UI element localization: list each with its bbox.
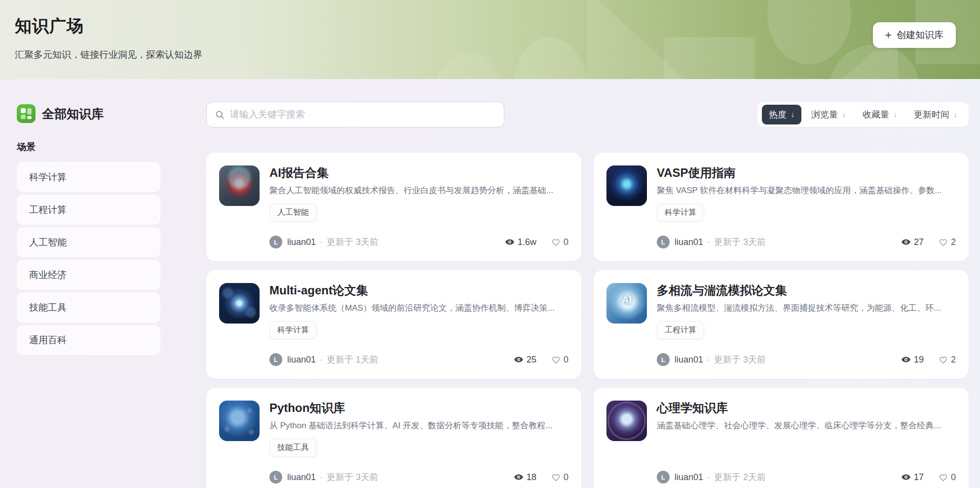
views-stat: 27 — [901, 237, 924, 247]
knowledge-card-grid: AI报告合集 聚合人工智能领域的权威技术报告、行业白皮书与发展趋势分析，涵盖基础… — [206, 153, 969, 488]
card-description: 涵盖基础心理学、社会心理学、发展心理学、临床心理学等分支，整合经典... — [657, 420, 956, 431]
card-category-tag[interactable]: 科学计算 — [269, 321, 317, 339]
knowledge-card[interactable]: 多相流与湍流模拟论文集 聚焦多相流模型、湍流模拟方法、界面捕捉技术等研究，为能源… — [594, 270, 969, 379]
sidebar-item-label: 人工智能 — [29, 236, 67, 249]
sidebar-item[interactable]: 工程计算 — [17, 195, 160, 225]
card-updated-time: 更新于 3天前 — [327, 471, 378, 483]
card-author: liuan01 — [287, 355, 316, 365]
meta-separator: · — [320, 237, 323, 247]
eye-icon — [901, 472, 911, 482]
knowledge-card[interactable]: AI报告合集 聚合人工智能领域的权威技术报告、行业白皮书与发展趋势分析，涵盖基础… — [206, 153, 581, 261]
card-footer: L liuan01 · 更新于 3天前 — [269, 471, 568, 484]
views-stat: 17 — [901, 472, 924, 483]
eye-icon — [901, 237, 911, 247]
avatar: L — [269, 471, 282, 484]
header-text-block: 知识广场 汇聚多元知识，链接行业洞见，探索认知边界 — [15, 15, 202, 61]
card-tag-row: 科学计算 — [269, 321, 568, 339]
likes-stat[interactable]: 2 — [939, 237, 956, 247]
likes-count: 0 — [564, 472, 568, 483]
knowledge-card[interactable]: 心理学知识库 涵盖基础心理学、社会心理学、发展心理学、临床心理学等分支，整合经典… — [594, 388, 969, 488]
views-count: 1.6w — [518, 237, 536, 247]
sort-tab[interactable]: 浏览量 ↓ — [804, 105, 853, 124]
card-category-tag[interactable]: 技能工具 — [269, 439, 317, 457]
card-category-tag[interactable]: 科学计算 — [657, 203, 704, 222]
search-icon — [215, 110, 225, 120]
sidebar-item[interactable]: 科学计算 — [17, 162, 160, 192]
card-updated-time: 更新于 3天前 — [714, 354, 766, 366]
likes-stat[interactable]: 0 — [551, 472, 568, 483]
views-stat: 1.6w — [505, 237, 536, 247]
heart-icon — [939, 473, 948, 482]
heart-icon — [551, 355, 561, 365]
heart-icon — [551, 238, 561, 247]
meta-separator: · — [707, 237, 710, 247]
sidebar-item[interactable]: 商业经济 — [17, 260, 160, 290]
card-description: 聚合人工智能领域的权威技术报告、行业白皮书与发展趋势分析，涵盖基础... — [269, 185, 568, 196]
sort-tab-group: 热度 ↓ 浏览量 ↓ 收藏量 ↓ 更新时间 ↓ — [757, 102, 969, 127]
card-thumbnail — [219, 283, 260, 324]
card-updated-time: 更新于 3天前 — [714, 236, 766, 248]
sort-tab[interactable]: 更新时间 ↓ — [907, 105, 964, 124]
views-count: 18 — [527, 472, 536, 483]
content-area: 热度 ↓ 浏览量 ↓ 收藏量 ↓ 更新时间 ↓ — [206, 102, 969, 488]
toolbar: 热度 ↓ 浏览量 ↓ 收藏量 ↓ 更新时间 ↓ — [206, 102, 969, 127]
card-body: AI报告合集 聚合人工智能领域的权威技术报告、行业白皮书与发展趋势分析，涵盖基础… — [269, 165, 568, 248]
likes-count: 0 — [564, 355, 568, 365]
sort-tab-label: 更新时间 — [914, 109, 949, 121]
likes-stat[interactable]: 0 — [551, 355, 568, 365]
main-area: 全部知识库 场景 科学计算 工程计算 人工智能 商业经济 — [0, 79, 980, 488]
likes-stat[interactable]: 2 — [939, 355, 956, 365]
sidebar: 全部知识库 场景 科学计算 工程计算 人工智能 商业经济 — [17, 104, 160, 355]
scene-filter-list: 科学计算 工程计算 人工智能 商业经济 技能工具 — [17, 162, 160, 355]
card-stats: 27 2 — [901, 237, 956, 247]
likes-stat[interactable]: 0 — [551, 237, 568, 247]
views-stat: 19 — [901, 355, 924, 365]
card-body: 心理学知识库 涵盖基础心理学、社会心理学、发展心理学、临床心理学等分支，整合经典… — [657, 401, 956, 484]
card-description: 收录多智能体系统（MAS）领域的前沿研究论文，涵盖协作机制、博弈决策... — [269, 302, 568, 314]
search-box — [206, 102, 504, 127]
search-input[interactable] — [230, 109, 496, 120]
sidebar-item[interactable]: 技能工具 — [17, 292, 160, 323]
card-body: Python知识库 从 Python 基础语法到科学计算、AI 开发、数据分析等… — [269, 401, 568, 484]
page-subtitle: 汇聚多元知识，链接行业洞见，探索认知边界 — [15, 48, 202, 61]
avatar: L — [269, 353, 282, 366]
card-title: Multi-agent论文集 — [269, 283, 568, 298]
card-footer: L liuan01 · 更新于 2天前 — [657, 471, 956, 484]
sidebar-item[interactable]: 通用百科 — [17, 325, 160, 355]
sort-tab[interactable]: 收藏量 ↓ — [856, 105, 904, 124]
sidebar-item[interactable]: 人工智能 — [17, 227, 160, 257]
card-category-tag[interactable]: 人工智能 — [269, 203, 317, 222]
card-updated-time: 更新于 2天前 — [714, 471, 766, 483]
card-tag-row: 科学计算 — [657, 203, 956, 221]
eye-icon — [514, 472, 524, 482]
knowledge-card[interactable]: Python知识库 从 Python 基础语法到科学计算、AI 开发、数据分析等… — [206, 388, 581, 488]
card-title: 多相流与湍流模拟论文集 — [657, 283, 956, 298]
heart-icon — [939, 355, 948, 365]
sidebar-item-label: 通用百科 — [29, 334, 67, 347]
likes-stat[interactable]: 0 — [939, 472, 956, 483]
views-count: 17 — [914, 472, 924, 483]
views-count: 27 — [914, 237, 924, 247]
likes-count: 0 — [951, 472, 956, 483]
sort-tab-label: 热度 — [769, 109, 787, 121]
card-category-tag[interactable]: 工程计算 — [657, 321, 704, 339]
knowledge-card[interactable]: Multi-agent论文集 收录多智能体系统（MAS）领域的前沿研究论文，涵盖… — [206, 270, 581, 379]
sidebar-item-label: 技能工具 — [29, 301, 67, 314]
create-knowledge-base-button[interactable]: + 创建知识库 — [873, 22, 956, 48]
card-body: VASP使用指南 聚焦 VASP 软件在材料科学与凝聚态物理领域的应用，涵盖基础… — [657, 165, 956, 248]
all-knowledge-bases[interactable]: 全部知识库 — [17, 104, 160, 123]
sidebar-item-label: 商业经济 — [29, 269, 67, 282]
scene-section-label: 场景 — [17, 141, 160, 154]
knowledge-card[interactable]: VASP使用指南 聚焦 VASP 软件在材料科学与凝聚态物理领域的应用，涵盖基础… — [594, 153, 969, 261]
avatar: L — [657, 471, 670, 484]
card-footer: L liuan01 · 更新于 3天前 — [657, 236, 956, 248]
avatar: L — [657, 353, 670, 366]
card-stats: 17 0 — [901, 472, 956, 483]
sort-tab[interactable]: 热度 ↓ — [762, 105, 801, 124]
views-count: 25 — [527, 355, 536, 365]
card-updated-time: 更新于 3天前 — [327, 236, 378, 248]
meta-separator: · — [320, 355, 323, 365]
card-stats: 19 2 — [901, 355, 956, 365]
card-author: liuan01 — [287, 237, 316, 247]
eye-icon — [505, 237, 515, 247]
